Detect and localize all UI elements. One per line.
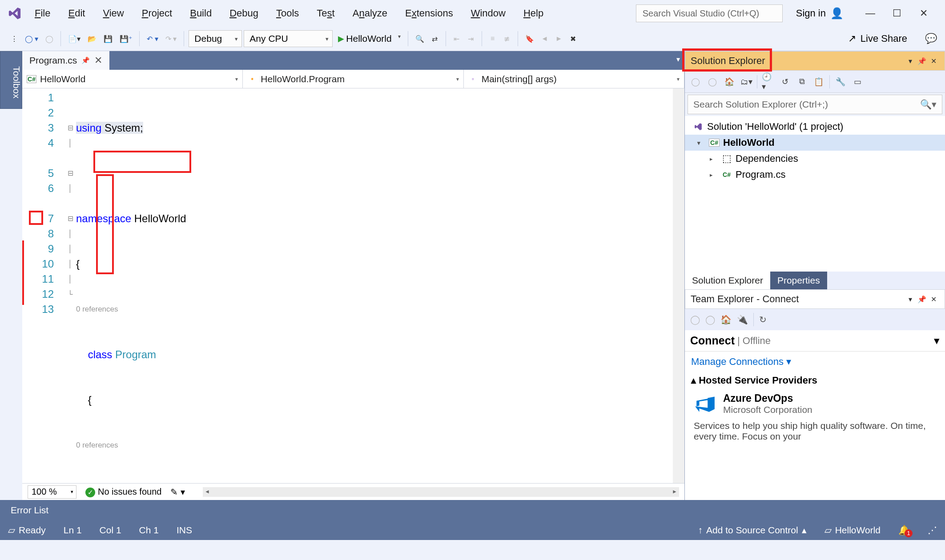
source-control-button[interactable]: ↑Add to Source Control ▴ <box>698 525 807 536</box>
vertical-scrollbar[interactable] <box>673 88 684 483</box>
class-dropdown[interactable]: 🔸 HelloWorld.Program <box>243 70 463 88</box>
outdent-icon[interactable]: ⇤ <box>450 31 463 47</box>
code-editor[interactable]: 1234 56 78910111213 ⊟│⊟│⊟││││└ using Sys… <box>22 88 684 483</box>
clear-bookmark-icon[interactable]: ✖ <box>567 31 579 47</box>
config-dropdown[interactable]: Debug <box>189 30 242 47</box>
menu-debug[interactable]: Debug <box>229 8 258 19</box>
manage-connections-link[interactable]: Manage Connections ▾ <box>685 352 945 372</box>
pin-icon[interactable]: 📌 <box>916 57 928 65</box>
undo-button[interactable]: ↶ ▾ <box>144 31 161 47</box>
bookmark-icon[interactable]: 🔖 <box>523 31 537 47</box>
minimize-button[interactable]: — <box>857 4 884 22</box>
start-button[interactable]: HelloWorld <box>346 33 403 44</box>
switch-view-icon[interactable]: 🗂▾ <box>740 76 752 88</box>
error-list-tab[interactable]: Error List <box>0 500 945 520</box>
nav-handle-icon[interactable]: ⋮ <box>8 31 20 47</box>
platform-dropdown[interactable]: Any CPU <box>244 30 333 47</box>
comment-icon[interactable]: ≡ <box>487 31 499 47</box>
close-button[interactable]: ✕ <box>910 4 937 22</box>
menu-analyze[interactable]: Analyze <box>353 8 387 19</box>
search-input[interactable]: Search Visual Studio (Ctrl+Q) <box>636 4 783 22</box>
next-bookmark-icon[interactable]: ► <box>553 31 565 47</box>
menu-build[interactable]: Build <box>190 8 212 19</box>
menu-edit[interactable]: Edit <box>68 8 85 19</box>
horizontal-scrollbar[interactable] <box>203 487 679 497</box>
solution-tree[interactable]: Solution 'HelloWorld' (1 project) ▾ C# H… <box>685 116 945 272</box>
step-button[interactable]: 🔍 <box>413 31 427 47</box>
preview-icon[interactable]: ▭ <box>851 76 864 88</box>
close-panel-icon[interactable]: ✕ <box>928 57 939 65</box>
expand-icon[interactable]: ▾ <box>697 140 705 146</box>
new-project-button[interactable]: 📄▾ <box>65 31 83 47</box>
fold-gutter[interactable]: ⊟│⊟│⊟││││└ <box>64 88 76 483</box>
sign-in-link[interactable]: Sign in <box>796 8 826 19</box>
pin-icon[interactable]: 📌 <box>81 56 90 64</box>
tab-properties[interactable]: Properties <box>770 272 827 289</box>
expand-icon[interactable]: ▸ <box>710 156 718 162</box>
toolbox-panel-tab[interactable]: Toolbox <box>0 51 22 109</box>
open-button[interactable]: 📂 <box>85 31 99 47</box>
tab-overflow-icon[interactable]: ▾ <box>672 51 684 67</box>
issues-indicator[interactable]: ✓No issues found <box>85 487 161 497</box>
home-icon[interactable]: 🏠 <box>720 314 732 325</box>
dependencies-node[interactable]: ▸ ⬚ Dependencies <box>685 151 945 167</box>
pending-changes-icon[interactable]: 🕘▾ <box>762 76 774 88</box>
codelens-method[interactable]: 0 references <box>76 438 118 453</box>
expand-icon[interactable]: ▸ <box>710 172 718 178</box>
tab-solution-explorer[interactable]: Solution Explorer <box>685 272 770 289</box>
hosted-providers-header[interactable]: ▴ Hosted Service Providers <box>685 372 945 389</box>
collapse-icon[interactable]: ⧉ <box>796 76 808 88</box>
panel-menu-icon[interactable]: ▾ <box>905 295 916 304</box>
code-content[interactable]: using System; namespace HelloWorld { 0 r… <box>76 88 673 483</box>
tab-program-cs[interactable]: Program.cs 📌 ✕ <box>22 51 109 70</box>
close-panel-icon[interactable]: ✕ <box>928 295 939 304</box>
connect-header[interactable]: Connect | Offline ▾ <box>685 330 945 352</box>
menu-tools[interactable]: Tools <box>276 8 299 19</box>
sync-icon[interactable]: ↺ <box>779 76 791 88</box>
menu-file[interactable]: FFileile <box>35 8 50 19</box>
back-icon[interactable]: ◯ <box>690 314 700 325</box>
solution-explorer-search[interactable]: Search Solution Explorer (Ctrl+;) 🔍▾ <box>688 95 942 114</box>
save-button[interactable]: 💾 <box>101 31 115 47</box>
forward-icon[interactable]: ◯ <box>706 76 719 88</box>
nav-back-button[interactable]: ◯ ▾ <box>22 31 41 47</box>
azure-devops-item[interactable]: Azure DevOps Microsoft Corporation <box>685 389 945 419</box>
solution-node[interactable]: Solution 'HelloWorld' (1 project) <box>685 119 945 135</box>
resize-grip-icon[interactable]: ⋰ <box>928 525 937 536</box>
pin-icon[interactable]: 📌 <box>916 295 928 304</box>
prev-bookmark-icon[interactable]: ◄ <box>539 31 551 47</box>
zoom-dropdown[interactable]: 100 % <box>28 485 76 499</box>
panel-menu-icon[interactable]: ▾ <box>905 57 916 65</box>
notifications-button[interactable]: 🔔 1 <box>898 525 910 536</box>
menu-extensions[interactable]: Extensions <box>405 8 453 19</box>
user-icon[interactable]: 👤 <box>830 7 844 20</box>
forward-icon[interactable]: ◯ <box>705 314 715 325</box>
project-dropdown[interactable]: C# HelloWorld <box>22 70 243 88</box>
save-all-button[interactable]: 💾⁺ <box>117 31 135 47</box>
plug-icon[interactable]: 🔌 <box>737 314 748 325</box>
team-explorer-title[interactable]: Team Explorer - Connect ▾ 📌 ✕ <box>685 289 945 309</box>
refresh-icon[interactable]: ↻ <box>759 314 767 325</box>
project-node[interactable]: ▾ C# HelloWorld <box>685 135 945 151</box>
uncomment-icon[interactable]: ≢ <box>501 31 513 47</box>
status-project[interactable]: ▱HelloWorld <box>824 525 881 536</box>
nav-fwd-button[interactable]: ◯ <box>43 31 56 47</box>
redo-button[interactable]: ↷ ▾ <box>163 31 179 47</box>
menu-window[interactable]: Window <box>471 8 506 19</box>
menu-view[interactable]: View <box>103 8 124 19</box>
menu-test[interactable]: Test <box>317 8 334 19</box>
close-tab-icon[interactable]: ✕ <box>94 55 102 66</box>
codelens-class[interactable]: 0 references <box>76 302 118 317</box>
method-dropdown[interactable]: ▫ Main(string[] args) <box>464 70 684 88</box>
indent-icon[interactable]: ⇥ <box>465 31 477 47</box>
screwdriver-icon[interactable]: ✎ ▾ <box>170 487 185 497</box>
home-icon[interactable]: 🏠 <box>723 76 736 88</box>
back-icon[interactable]: ◯ <box>689 76 702 88</box>
solution-explorer-title[interactable]: Solution Explorer ▾ 📌 ✕ <box>685 51 945 71</box>
properties-icon[interactable]: 🔧 <box>834 76 847 88</box>
live-share-button[interactable]: ↗ Live Share 💬 <box>848 33 937 44</box>
menu-project[interactable]: Project <box>142 8 172 19</box>
maximize-button[interactable]: ☐ <box>884 4 910 22</box>
feedback-icon[interactable]: 💬 <box>925 33 937 44</box>
menu-help[interactable]: Help <box>523 8 543 19</box>
